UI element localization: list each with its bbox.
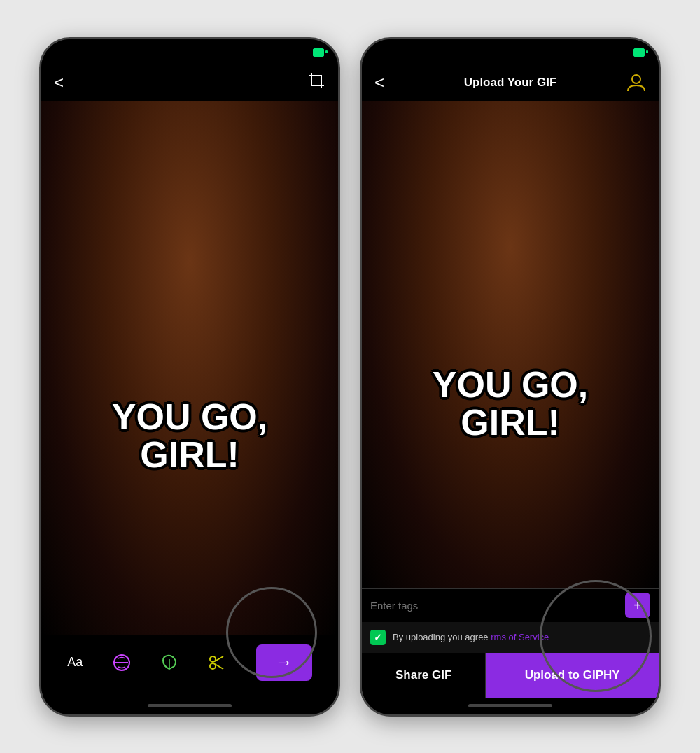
status-bar-1 xyxy=(41,39,338,64)
battery-icon-1 xyxy=(313,48,326,55)
gif-text-2: YOU GO, GIRL! xyxy=(362,366,659,442)
status-bar-2 xyxy=(362,39,659,64)
gif-area-1: YOU GO, GIRL! xyxy=(41,101,338,635)
gif-text-line2-1: GIRL! xyxy=(52,436,327,474)
gif-text-line2-2: GIRL! xyxy=(373,403,648,442)
home-bar-2 xyxy=(468,704,552,707)
sticker-tool-button[interactable] xyxy=(160,654,178,672)
gif-area-2: YOU GO, GIRL! xyxy=(362,101,659,588)
scene-1: YOU GO, GIRL! xyxy=(41,101,338,635)
home-indicator-2 xyxy=(362,698,659,714)
toolbar-1: Aa xyxy=(41,635,338,698)
nav-bar-1: < xyxy=(41,64,338,101)
person-icon[interactable] xyxy=(626,73,646,92)
share-gif-button[interactable]: Share GIF xyxy=(362,653,486,698)
upload-to-giphy-button[interactable]: Upload to GIPHY xyxy=(486,653,659,698)
phone-2: < Upload Your GIF xyxy=(360,37,661,717)
gif-text-1: YOU GO, GIRL! xyxy=(41,398,338,474)
tos-text: By uploading you agree rms of Service xyxy=(393,632,549,642)
home-indicator-1 xyxy=(41,698,338,714)
home-bar-1 xyxy=(148,704,232,707)
scissors-icon xyxy=(208,654,226,672)
sticker-icon xyxy=(160,654,178,672)
svg-rect-0 xyxy=(312,76,321,85)
scene-bg-1 xyxy=(41,101,338,635)
phone-1: < xyxy=(39,37,340,717)
tos-link[interactable]: rms of Service xyxy=(491,632,549,642)
svg-point-25 xyxy=(210,656,216,662)
next-arrow-icon: → xyxy=(275,651,293,673)
back-button-2[interactable]: < xyxy=(374,74,384,91)
tos-checkbox[interactable]: ✓ xyxy=(370,630,386,645)
tags-bar: + xyxy=(362,588,659,622)
scissors-tool-button[interactable] xyxy=(208,654,226,672)
crop-icon[interactable] xyxy=(307,71,326,94)
gif-text-line1-2: YOU GO, xyxy=(373,366,648,404)
scene-bg-2 xyxy=(362,101,659,588)
nav-bar-2: < Upload Your GIF xyxy=(362,64,659,101)
gif-text-line1-1: YOU GO, xyxy=(52,398,327,436)
checkmark-icon: ✓ xyxy=(374,632,382,643)
svg-point-29 xyxy=(632,75,640,83)
svg-point-26 xyxy=(210,663,216,669)
add-tag-button[interactable]: + xyxy=(625,593,650,618)
emoji-icon xyxy=(113,654,131,672)
tags-input[interactable] xyxy=(370,600,625,612)
battery-icon-2 xyxy=(634,48,646,55)
action-bar: Share GIF Upload to GIPHY xyxy=(362,653,659,698)
text-tool-button[interactable]: Aa xyxy=(67,655,83,670)
scene-2: YOU GO, GIRL! xyxy=(362,101,659,588)
tos-bar: ✓ By uploading you agree rms of Service xyxy=(362,622,659,653)
screenshot-wrapper: < xyxy=(0,0,700,753)
back-button-1[interactable]: < xyxy=(54,74,64,91)
emoji-tool-button[interactable] xyxy=(113,654,131,672)
next-button[interactable]: → xyxy=(256,644,312,681)
page-title: Upload Your GIF xyxy=(464,76,557,90)
